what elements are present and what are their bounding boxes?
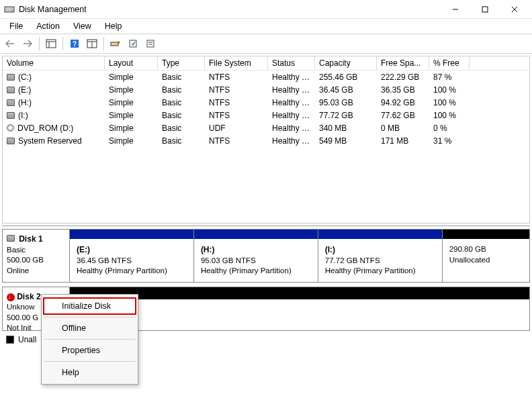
volume-name: (H:): [18, 98, 32, 107]
maximize-button[interactable]: [470, 1, 500, 17]
volume-name: (C:): [18, 72, 32, 82]
title-bar: Disk Management: [0, 0, 532, 19]
ctx-help[interactable]: Help: [43, 364, 136, 381]
partition[interactable]: (H:)95.03 GB NTFSHealthy (Primary Partit…: [194, 230, 318, 282]
volume-type: Basic: [158, 97, 205, 108]
legend-unallocated-label: Unall: [18, 335, 36, 344]
back-button[interactable]: [3, 36, 17, 51]
volume-name: DVD_ROM (D:): [17, 124, 73, 133]
refresh-button[interactable]: [85, 36, 99, 51]
volume-free: 77.62 GB: [377, 110, 429, 121]
partition-status: Healthy (Primary Partition): [201, 266, 292, 275]
col-freespace[interactable]: Free Spa...: [377, 56, 429, 70]
disk1-size: 500.00 GB: [7, 256, 44, 264]
svg-rect-6: [46, 40, 56, 48]
ctx-sep: [44, 339, 136, 340]
ctx-sep: [44, 317, 136, 317]
col-layout[interactable]: Layout: [105, 56, 158, 70]
app-icon: [4, 4, 15, 15]
col-type[interactable]: Type: [158, 56, 205, 70]
volume-free: 171 MB: [377, 136, 429, 146]
close-button[interactable]: [500, 1, 529, 17]
partition-letter: (E:): [77, 245, 90, 254]
partition[interactable]: (I:)77.72 GB NTFSHealthy (Primary Partit…: [318, 230, 443, 282]
menu-view[interactable]: View: [66, 20, 98, 32]
uninitialized-icon: [7, 293, 15, 301]
col-capacity[interactable]: Capacity: [315, 56, 377, 70]
col-pctfree[interactable]: % Free: [429, 56, 470, 70]
svg-rect-14: [111, 42, 118, 46]
forward-button[interactable]: [20, 36, 35, 51]
drive-icon: [7, 87, 15, 93]
list-button[interactable]: [143, 36, 158, 51]
partition-size: 77.72 GB NTFS: [325, 256, 380, 264]
disk1-info: Disk 1 Basic 500.00 GB Online: [3, 230, 70, 282]
volume-row[interactable]: System ReservedSimpleBasicNTFSHealthy (S…: [3, 134, 529, 147]
toolbar-sep: [39, 37, 40, 50]
volume-name: (E:): [18, 85, 31, 95]
volume-free: 36.35 GB: [377, 85, 429, 95]
minimize-button[interactable]: [441, 1, 470, 17]
menu-file[interactable]: File: [3, 20, 30, 32]
cd-icon: [7, 124, 14, 132]
volume-fs: UDF: [205, 123, 268, 134]
volume-layout: Simple: [105, 72, 158, 83]
menu-help[interactable]: Help: [98, 20, 129, 32]
drive-icon: [7, 112, 15, 119]
volume-type: Basic: [158, 136, 205, 146]
graphical-pane: Disk 1 Basic 500.00 GB Online (E:)36.45 …: [2, 226, 530, 344]
volume-type: Basic: [158, 110, 205, 121]
disk1-row[interactable]: Disk 1 Basic 500.00 GB Online (E:)36.45 …: [2, 229, 530, 283]
volume-status: Healthy (P...: [268, 123, 315, 134]
partition[interactable]: (E:)36.45 GB NTFSHealthy (Primary Partit…: [70, 230, 194, 282]
col-volume[interactable]: Volume: [3, 56, 105, 70]
disk2-title: Disk 2: [17, 292, 40, 301]
volume-capacity: 77.72 GB: [315, 110, 377, 121]
toolbar-sep: [62, 37, 63, 50]
volume-free: 222.29 GB: [377, 72, 429, 83]
drive-icon: [7, 99, 15, 106]
svg-rect-17: [147, 40, 154, 47]
volume-fs: NTFS: [205, 97, 268, 108]
volume-type: Basic: [158, 123, 205, 134]
volume-name: (I:): [18, 111, 28, 120]
toolbar: ?: [0, 34, 532, 54]
volume-row[interactable]: (H:)SimpleBasicNTFSHealthy (P...95.03 GB…: [3, 96, 529, 109]
help-button[interactable]: ?: [67, 36, 82, 51]
volume-fs: NTFS: [205, 72, 268, 83]
menu-bar: File Action View Help: [0, 19, 532, 34]
ctx-initialize-disk[interactable]: Initialize Disk: [43, 297, 136, 315]
volume-list-header: Volume Layout Type File System Status Ca…: [3, 56, 529, 70]
action-button[interactable]: [126, 36, 140, 51]
volume-fs: NTFS: [205, 136, 268, 146]
volume-row[interactable]: (C:)SimpleBasicNTFSHealthy (B...255.46 G…: [3, 70, 529, 83]
volume-status: Healthy (P...: [268, 85, 315, 95]
col-status[interactable]: Status: [268, 56, 315, 70]
volume-layout: Simple: [105, 97, 158, 108]
partition-size: 95.03 GB NTFS: [201, 256, 256, 264]
volume-row[interactable]: DVD_ROM (D:)SimpleBasicUDFHealthy (P...3…: [3, 121, 529, 134]
col-filesystem[interactable]: File System: [205, 56, 268, 70]
window-title: Disk Management: [19, 5, 87, 14]
disk2-unallocated[interactable]: [70, 287, 529, 330]
volume-layout: Simple: [105, 136, 158, 146]
disk1-type: Basic: [7, 246, 26, 254]
volume-layout: Simple: [105, 123, 158, 134]
disk1-title: Disk 1: [19, 234, 42, 244]
settings-button[interactable]: [108, 36, 123, 51]
volume-pctfree: 31 %: [429, 136, 470, 146]
view-button[interactable]: [44, 36, 58, 51]
volume-row[interactable]: (E:)SimpleBasicNTFSHealthy (P...36.45 GB…: [3, 83, 529, 96]
volume-row[interactable]: (I:)SimpleBasicNTFSHealthy (P...77.72 GB…: [3, 109, 529, 121]
ctx-offline[interactable]: Offline: [43, 319, 136, 337]
menu-action[interactable]: Action: [30, 20, 66, 32]
partition-letter: (I:): [325, 245, 335, 254]
ctx-properties[interactable]: Properties: [43, 342, 136, 359]
ctx-sep: [44, 361, 136, 362]
partition-status: Unallocated: [449, 256, 490, 264]
svg-text:?: ?: [73, 40, 77, 48]
volume-capacity: 255.46 GB: [315, 72, 377, 83]
disk1-state: Online: [7, 266, 29, 275]
volume-status: Healthy (P...: [268, 97, 315, 108]
partition[interactable]: 290.80 GBUnallocated: [443, 230, 529, 282]
